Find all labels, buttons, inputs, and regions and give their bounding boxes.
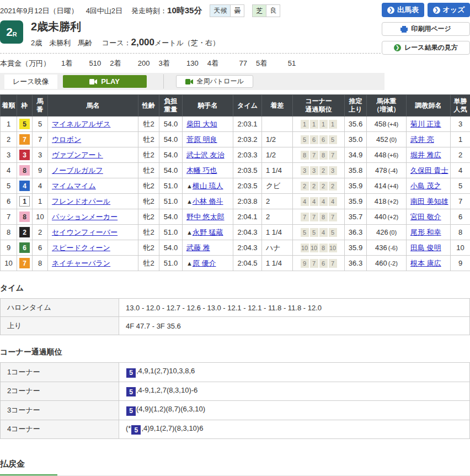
horse-link[interactable]: セイウンフィーバー — [52, 228, 118, 236]
race-video-label: レース映像 — [4, 75, 57, 89]
horse-link[interactable]: スピードクィーン — [52, 244, 110, 252]
corner-order-suffix: (4,9)(1,2)(8,7)(6,3,10) — [136, 405, 205, 413]
jockey-link[interactable]: 永野 猛蔵 — [193, 228, 223, 236]
sex-age: 牝2 — [138, 209, 159, 225]
horse-cell: マイムマイム — [48, 178, 138, 194]
win-popularity: 3 — [451, 117, 470, 132]
win-popularity: 8 — [451, 225, 470, 240]
corner-1-label: 1コーナー — [1, 363, 119, 382]
horse-link[interactable]: ヴァブンアート — [52, 151, 103, 159]
horse-link[interactable]: フレンドオパール — [52, 197, 110, 205]
corner-order-cell: 9767 — [293, 256, 345, 271]
trainer-link[interactable]: 武井 亮 — [410, 135, 434, 144]
margin: 2 — [262, 194, 293, 209]
horse-link[interactable]: ネイチャーバラン — [52, 259, 110, 267]
course-distance: 2,000 — [131, 37, 154, 47]
start-time-value: 10時35分 — [167, 6, 202, 16]
frame-badge: 6 — [19, 242, 30, 253]
trainer-link[interactable]: 菊川 正達 — [410, 120, 441, 128]
odds-button-label: オッズ — [443, 5, 465, 15]
corner-pos: 7 — [329, 213, 337, 221]
trainer-link[interactable]: 小島 茂之 — [410, 182, 441, 190]
result-guide-button[interactable]: ❯ レース結果の見方 — [382, 41, 470, 55]
corner-pos: 7 — [329, 151, 337, 160]
jockey-link[interactable]: 菅原 明良 — [186, 135, 217, 144]
video-camera-icon — [89, 79, 97, 84]
leader-number-box: 5 — [126, 387, 136, 396]
finish-position: 3 — [1, 147, 17, 163]
jockey-link[interactable]: 原 優介 — [193, 259, 216, 267]
jockey-link[interactable]: 柴田 大知 — [186, 120, 217, 128]
frame-badge: 8 — [19, 211, 30, 222]
horse-cell: ノーブルガルフ — [48, 163, 138, 178]
col-sex-age: 性齢 — [138, 95, 159, 117]
corner-pos: 7 — [329, 259, 337, 268]
trainer-link[interactable]: 南田 美知雄 — [410, 197, 448, 205]
corner-pos: 10 — [329, 244, 337, 252]
patrol-video-button-label: 全周パトロール — [197, 77, 244, 86]
play-button[interactable]: PLAY — [63, 75, 147, 88]
jockey-link[interactable]: 野中 悠太郎 — [186, 213, 225, 221]
margin: 2 — [262, 209, 293, 225]
race-date: 2021年9月12日（日曜） — [0, 6, 78, 16]
horse-link[interactable]: ノーブルガルフ — [52, 166, 103, 174]
trainer-link[interactable]: 尾形 和幸 — [410, 228, 441, 236]
patrol-video-button[interactable]: 全周パトロール — [176, 75, 253, 88]
race-video-bar: レース映像 PLAY 全周パトロール — [0, 73, 384, 90]
horse-number: 2 — [33, 225, 48, 240]
col-horse-weight: 馬体重（増減） — [367, 95, 407, 117]
trainer-link[interactable]: 宮田 敬介 — [410, 213, 441, 221]
horse-link[interactable]: マイムマイム — [52, 182, 96, 190]
horse-weight-cell: 436(-6) — [367, 240, 407, 256]
corner-4-label: 4コーナー — [1, 420, 119, 439]
jockey-link[interactable]: 武藤 雅 — [186, 244, 210, 252]
table-row: 4コーナー (*5,4)9,1(2,7)(8,3,10)6 — [1, 420, 470, 439]
race-title: 2歳未勝利 — [31, 20, 220, 33]
horse-weight-cell: 414(+4) — [367, 178, 407, 194]
horse-cell: パッションメーカー — [48, 209, 138, 225]
entry-table-button[interactable]: ❯ 出馬表 — [382, 3, 424, 17]
corner-section-heading: コーナー通過順位 — [0, 347, 470, 357]
corner-pos: 7 — [310, 259, 318, 268]
weather-value: 曇 — [230, 5, 244, 17]
jockey-link[interactable]: 武士沢 友治 — [186, 151, 225, 159]
carried-weight: 54.0 — [159, 147, 183, 163]
trainer-link[interactable]: 久保田 貴士 — [410, 166, 448, 174]
corner-pos: 4 — [310, 197, 318, 206]
horse-weight-change: (-6) — [388, 245, 398, 251]
table-row: 2コーナー 5,4-9,1,2,7(8,3,10)-6 — [1, 382, 470, 401]
apprentice-marker: ▲ — [186, 198, 193, 205]
jockey-link[interactable]: 小林 脩斗 — [193, 197, 223, 205]
jockey-link[interactable]: 木幡 巧也 — [186, 166, 217, 174]
horse-weight: 440 — [375, 213, 387, 221]
trainer-cell: 尾形 和幸 — [407, 225, 451, 240]
finish-time: 2:04.3 — [233, 240, 262, 256]
jockey-cell: 木幡 巧也 — [183, 163, 233, 178]
horse-weight: 448 — [375, 151, 387, 159]
horse-link[interactable]: ウロボン — [52, 135, 81, 144]
horse-link[interactable]: マイネルアルザス — [52, 120, 110, 128]
prize-money-row: 本賞金（万円） 1着510 2着200 3着130 4着77 5着51 — [0, 54, 381, 73]
print-page-button[interactable]: 印刷用ページ — [382, 22, 470, 36]
odds-button[interactable]: ❯ オッズ — [428, 3, 470, 17]
col-carried-weight: 負担重量 — [159, 95, 183, 117]
trainer-link[interactable]: 根本 康広 — [410, 259, 441, 267]
win-popularity: 5 — [451, 178, 470, 194]
apprentice-marker: ▲ — [186, 183, 193, 189]
trainer-cell: 武井 亮 — [407, 132, 451, 147]
corner-2-label: 2コーナー — [1, 382, 119, 401]
leader-number-box: 5 — [126, 406, 136, 416]
horse-weight: 452 — [376, 135, 388, 144]
chevron-right-icon: ❯ — [433, 7, 440, 14]
trainer-link[interactable]: 堀井 雅広 — [410, 151, 441, 159]
horse-link[interactable]: パッションメーカー — [52, 213, 118, 221]
prize-amount: 130 — [170, 59, 199, 67]
corner-pos: 8 — [301, 151, 309, 160]
corner-pos: 5 — [329, 135, 337, 144]
jockey-link[interactable]: 横山 琉人 — [193, 182, 223, 190]
col-frame: 枠 — [17, 95, 33, 117]
sex-age: 牡2 — [138, 117, 159, 132]
carried-weight: 54.0 — [159, 240, 183, 256]
corner-1-order: 5,4,9,1(2,7)10,3,8,6 — [119, 363, 470, 382]
trainer-link[interactable]: 田島 俊明 — [410, 244, 441, 252]
